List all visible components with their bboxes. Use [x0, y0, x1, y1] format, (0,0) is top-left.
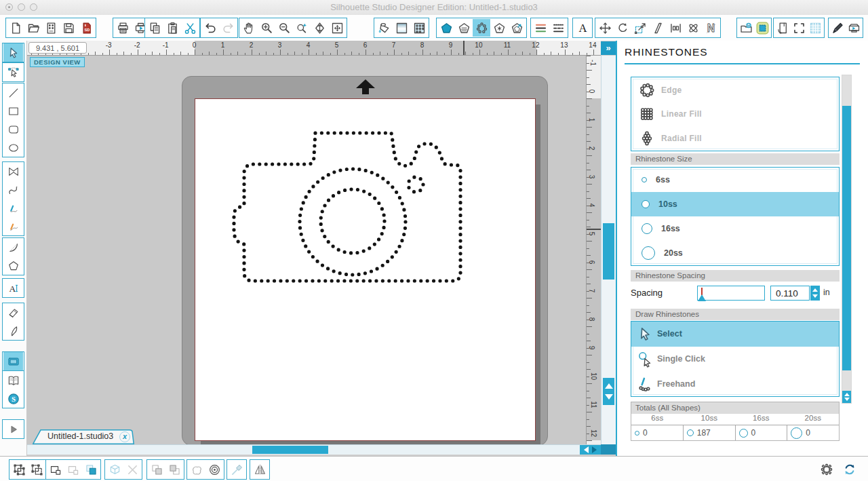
- ruler-expand-button[interactable]: »: [601, 41, 616, 55]
- spacing-slider-thumb[interactable]: [698, 294, 706, 301]
- draw-regular-polygon-icon[interactable]: [3, 256, 23, 275]
- save-library-icon[interactable]: SD: [77, 19, 95, 37]
- divide-icon[interactable]: [123, 461, 141, 478]
- draw-tool-select[interactable]: Select: [631, 322, 839, 347]
- draw-smooth-freehand-icon[interactable]: [3, 217, 23, 235]
- undo-icon[interactable]: [201, 19, 219, 37]
- twist-icon[interactable]: [684, 19, 702, 37]
- scroll-left-button[interactable]: [584, 446, 589, 453]
- grid-icon[interactable]: [807, 19, 823, 37]
- line-style-icon[interactable]: [549, 19, 567, 37]
- design-canvas[interactable]: DESIGN VIEW Untitled-1.studio3 x: [27, 56, 586, 444]
- draw-line-icon[interactable]: [3, 83, 23, 102]
- page-tool-icon[interactable]: [3, 352, 23, 370]
- flip-icon[interactable]: [251, 461, 269, 478]
- zoom-drag-icon[interactable]: [311, 19, 328, 37]
- line-color-icon[interactable]: [532, 19, 549, 37]
- modify-icon[interactable]: [188, 461, 205, 478]
- panel-scrollbar-thumb[interactable]: [842, 75, 851, 106]
- bring-forward-icon[interactable]: [148, 461, 165, 478]
- fill-color-icon[interactable]: [375, 19, 393, 37]
- size-option-16ss[interactable]: 16ss: [631, 216, 839, 241]
- stipple-icon[interactable]: [490, 19, 508, 37]
- pick-style-icon[interactable]: [228, 461, 245, 478]
- scroll-up-button[interactable]: [605, 383, 613, 389]
- panel-scroll-buttons[interactable]: [842, 391, 851, 403]
- horizontal-scrollbar-thumb[interactable]: [252, 446, 328, 454]
- ungroup-icon[interactable]: [28, 461, 45, 478]
- paste-icon[interactable]: [163, 19, 181, 37]
- library-icon[interactable]: [3, 371, 23, 389]
- eraser-icon[interactable]: [3, 303, 23, 322]
- sync-icon[interactable]: [841, 461, 859, 478]
- make-compound-icon[interactable]: [47, 461, 64, 478]
- point-edit-icon[interactable]: [3, 63, 23, 81]
- cut-icon[interactable]: [181, 19, 199, 37]
- rotate-icon[interactable]: [614, 19, 631, 37]
- spac­ing-input[interactable]: [770, 286, 810, 301]
- offset-icon[interactable]: [508, 19, 526, 37]
- scroll-down-button[interactable]: [605, 394, 613, 400]
- draw-arc-icon[interactable]: [3, 238, 23, 256]
- shear-icon[interactable]: [649, 19, 667, 37]
- draw-rectangle-icon[interactable]: [3, 102, 23, 120]
- store-icon[interactable]: S: [3, 389, 23, 408]
- page-setup-icon[interactable]: [774, 19, 791, 37]
- effect-option-linear-fill[interactable]: Linear Fill: [631, 102, 839, 126]
- panel-scrollbar[interactable]: [842, 75, 852, 404]
- scroll-right-button[interactable]: [592, 446, 597, 453]
- stepper-up-icon[interactable]: [812, 288, 818, 292]
- send-to-silhouette-icon[interactable]: [846, 19, 862, 37]
- spacing-icon[interactable]: [667, 19, 684, 37]
- spacing-stepper[interactable]: [810, 286, 820, 301]
- save-icon[interactable]: [60, 19, 77, 37]
- draw-tool-freehand[interactable]: Freehand: [631, 371, 839, 396]
- panel-scrollbar-thumb[interactable]: [842, 370, 851, 391]
- stepper-down-icon[interactable]: [812, 294, 818, 298]
- effect-option-radial-fill[interactable]: Radial Fill: [631, 127, 839, 150]
- settings-gear-icon[interactable]: [818, 461, 835, 478]
- close-tab-button[interactable]: x: [119, 431, 130, 442]
- spacing-slider[interactable]: [697, 286, 765, 301]
- new-document-icon[interactable]: [7, 19, 24, 37]
- draw-tool-single-click[interactable]: Single Click: [631, 347, 839, 372]
- pan-icon[interactable]: [240, 19, 258, 37]
- emboss-icon[interactable]: [437, 19, 455, 37]
- zoom-selection-icon[interactable]: [293, 19, 311, 37]
- draw-freehand-icon[interactable]: [3, 199, 23, 217]
- horizontal-scrollbar[interactable]: [27, 444, 601, 455]
- size-option-20ss[interactable]: 20ss: [631, 241, 839, 265]
- sketch-icon[interactable]: [455, 19, 473, 37]
- vertical-scrollbar[interactable]: [601, 56, 616, 444]
- open-icon[interactable]: [24, 19, 42, 37]
- object-align-icon[interactable]: [205, 461, 223, 478]
- group-icon[interactable]: [10, 461, 28, 478]
- move-to-front-icon[interactable]: [82, 461, 100, 478]
- size-option-6ss[interactable]: 6ss: [631, 168, 839, 192]
- gradient-fill-icon[interactable]: [393, 19, 410, 37]
- panel-scrollbar-track[interactable]: [842, 106, 851, 370]
- trace-icon[interactable]: [754, 19, 770, 37]
- nesting-icon[interactable]: N: [702, 19, 719, 37]
- pattern-fill-icon[interactable]: [410, 19, 428, 37]
- copy-icon[interactable]: [146, 19, 163, 37]
- select-icon[interactable]: [3, 43, 23, 62]
- draw-polygon-icon[interactable]: [3, 162, 23, 180]
- pixscan-icon[interactable]: M: [738, 19, 754, 37]
- text-icon[interactable]: A: [574, 19, 591, 37]
- send-backward-icon[interactable]: [165, 461, 183, 478]
- scale-icon[interactable]: [631, 19, 649, 37]
- size-option-10ss[interactable]: 10ss: [631, 192, 839, 216]
- fit-to-page-icon[interactable]: [328, 19, 346, 37]
- move-icon[interactable]: [596, 19, 614, 37]
- draw-rounded-rectangle-icon[interactable]: [3, 120, 23, 138]
- knife-icon[interactable]: [3, 322, 23, 340]
- weld-icon[interactable]: [106, 461, 123, 478]
- marker-icon[interactable]: [829, 19, 846, 37]
- rhinestones-icon[interactable]: [473, 19, 490, 37]
- preview-icon[interactable]: [3, 420, 23, 438]
- page-panel-icon[interactable]: [42, 19, 60, 37]
- draw-curve-icon[interactable]: [3, 180, 23, 199]
- zoom-out-icon[interactable]: [275, 19, 293, 37]
- release-compound-icon[interactable]: [64, 461, 82, 478]
